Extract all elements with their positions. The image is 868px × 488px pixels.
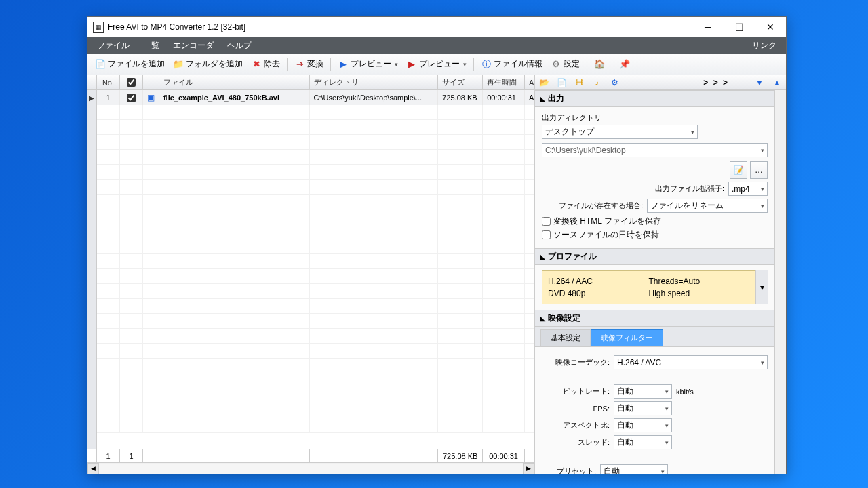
tab-audio-icon[interactable]: ♪	[591, 77, 603, 89]
tab-film-icon[interactable]: 🎞	[573, 77, 585, 89]
scroll-left-icon[interactable]: ◀	[87, 463, 99, 474]
add-file-button[interactable]: 📄ファイルを追加	[92, 57, 168, 71]
profile-box[interactable]: H.264 / AACDVD 480p Threads=AutoHigh spe…	[542, 270, 755, 304]
preset-select[interactable]: 自動▾	[600, 464, 668, 474]
gear-icon: ⚙	[551, 59, 561, 70]
grid-header: No. ファイル ディレクトリ サイズ 再生時間 A	[87, 75, 534, 90]
cell-a: A	[525, 90, 534, 105]
cell-file: file_example_AVI_480_750kB.avi	[159, 90, 310, 105]
menu-list[interactable]: 一覧	[136, 37, 166, 54]
fps-label: FPS:	[542, 405, 610, 413]
bitrate-unit: kbit/s	[676, 388, 694, 396]
preset-label: プリセット:	[542, 466, 596, 474]
video-header[interactable]: 映像設定	[535, 310, 774, 327]
add-file-icon: 📄	[95, 59, 106, 70]
ext-label: 出力ファイル拡張子:	[655, 184, 724, 194]
col-duration[interactable]: 再生時間	[483, 75, 525, 89]
scroll-right-icon[interactable]: ▶	[523, 463, 534, 474]
browse-button[interactable]: …	[750, 161, 768, 179]
menubar: ファイル 一覧 エンコーダ ヘルプ リンク	[87, 37, 786, 54]
output-header[interactable]: 出力	[535, 90, 774, 107]
info-icon: ⓘ	[481, 59, 492, 70]
status-c2: 1	[120, 449, 143, 462]
profile-header[interactable]: プロファイル	[535, 248, 774, 265]
remove-icon: ✖	[251, 59, 262, 70]
aspect-select[interactable]: 自動▾	[614, 418, 672, 432]
chk-keep-date[interactable]: ソースファイルの日時を保持	[542, 229, 768, 241]
convert-button[interactable]: ➔変換	[291, 57, 327, 71]
right-tabstrip: 📂 📄 🎞 ♪ ⚙ > > > ▼ ▲	[535, 75, 786, 90]
h-scrollbar[interactable]: ◀ ▶	[87, 462, 534, 474]
pin-icon: 📌	[619, 59, 630, 70]
remove-button[interactable]: ✖除去	[248, 57, 283, 71]
aspect-label: アスペクト比:	[542, 420, 610, 430]
menu-help[interactable]: ヘルプ	[220, 37, 258, 54]
cell-type-icon: ▣	[143, 90, 159, 105]
preview2-button[interactable]: ▶プレビュー▾	[403, 57, 470, 71]
menu-link[interactable]: リンク	[745, 37, 783, 54]
window-title: Free AVI to MP4 Converter 1.2 [32-bit]	[108, 22, 692, 32]
settings-button[interactable]: ⚙設定	[547, 57, 583, 71]
tab-basic[interactable]: 基本設定	[540, 329, 591, 346]
output-path-select[interactable]: C:\Users\yuki\Desktop▾	[542, 143, 768, 157]
tab-doc-icon[interactable]: 📄	[555, 77, 568, 89]
add-folder-button[interactable]: 📁フォルダを追加	[170, 57, 246, 71]
more-tabs[interactable]: > > >	[703, 78, 729, 87]
convert-icon: ➔	[294, 59, 305, 70]
file-info-button[interactable]: ⓘファイル情報	[477, 57, 546, 71]
v-scrollbar[interactable]	[774, 90, 786, 474]
col-no[interactable]: No.	[97, 75, 120, 89]
cell-directory: C:\Users\yuki\Desktop\sample\...	[310, 90, 439, 105]
pin-button[interactable]: 📌	[616, 58, 633, 71]
col-type-icon[interactable]	[143, 75, 159, 89]
file-list-panel: No. ファイル ディレクトリ サイズ 再生時間 A ▶ 1 ▣ file_ex…	[87, 75, 535, 474]
minimize-button[interactable]: ─	[692, 17, 724, 37]
col-size[interactable]: サイズ	[438, 75, 483, 89]
col-directory[interactable]: ディレクトリ	[310, 75, 439, 89]
status-size: 725.08 KB	[438, 449, 483, 462]
col-file[interactable]: ファイル	[159, 75, 310, 89]
app-icon: ▦	[93, 22, 104, 33]
profile-dropdown[interactable]: ▾	[755, 270, 768, 304]
cell-no: 1	[97, 90, 120, 105]
bitrate-label: ビットレート:	[542, 386, 610, 396]
thread-label: スレッド:	[542, 437, 610, 447]
grid-body[interactable]: ▶ 1 ▣ file_example_AVI_480_750kB.avi C:\…	[87, 90, 534, 449]
ext-select[interactable]: .mp4▾	[728, 182, 768, 196]
bitrate-select[interactable]: 自動▾	[614, 384, 672, 399]
codec-label: 映像コーデック:	[542, 357, 610, 367]
tab-gear-icon[interactable]: ⚙	[608, 77, 620, 89]
output-dir-select[interactable]: デスクトップ▾	[542, 125, 698, 139]
collapse-down-icon[interactable]: ▼	[753, 77, 766, 89]
exists-label: ファイルが存在する場合:	[559, 201, 643, 211]
tab-folder-icon[interactable]: 📂	[538, 77, 550, 89]
thread-select[interactable]: 自動▾	[614, 435, 672, 449]
edit-path-button[interactable]: 📝	[730, 161, 747, 179]
app-window: ▦ Free AVI to MP4 Converter 1.2 [32-bit]…	[87, 16, 787, 474]
settings-panel: 📂 📄 🎞 ♪ ⚙ > > > ▼ ▲ 出力 出力ディレクトリ デスクトップ▾ …	[535, 75, 786, 474]
codec-select[interactable]: H.264 / AVC▾	[614, 355, 768, 369]
right-scroll-area[interactable]: 出力 出力ディレクトリ デスクトップ▾ C:\Users\yuki\Deskto…	[535, 90, 774, 474]
status-c1: 1	[97, 449, 120, 462]
menu-file[interactable]: ファイル	[90, 37, 136, 54]
col-a[interactable]: A	[525, 75, 534, 89]
preview1-button[interactable]: ▶プレビュー▾	[334, 57, 401, 71]
chk-save-html[interactable]: 変換後 HTML ファイルを保存	[542, 216, 768, 227]
chevron-down-icon: ▾	[393, 61, 398, 68]
cell-check[interactable]	[120, 90, 143, 105]
fps-select[interactable]: 自動▾	[614, 401, 672, 415]
row-marker: ▶	[87, 90, 97, 105]
exists-select[interactable]: ファイルをリネーム▾	[647, 199, 768, 213]
menu-encoder[interactable]: エンコーダ	[166, 37, 220, 54]
table-row[interactable]: ▶ 1 ▣ file_example_AVI_480_750kB.avi C:\…	[87, 90, 534, 105]
tab-filter[interactable]: 映像フィルター	[591, 329, 663, 346]
col-check[interactable]	[120, 75, 143, 89]
play-red-icon: ▶	[406, 59, 417, 70]
close-button[interactable]: ✕	[755, 17, 786, 37]
check-all[interactable]	[127, 78, 136, 87]
collapse-up-icon[interactable]: ▲	[771, 77, 783, 89]
maximize-button[interactable]: ☐	[724, 17, 755, 37]
home-button[interactable]: 🏠	[591, 58, 608, 71]
toolbar: 📄ファイルを追加 📁フォルダを追加 ✖除去 ➔変換 ▶プレビュー▾ ▶プレビュー…	[87, 54, 786, 75]
add-folder-icon: 📁	[173, 59, 184, 70]
